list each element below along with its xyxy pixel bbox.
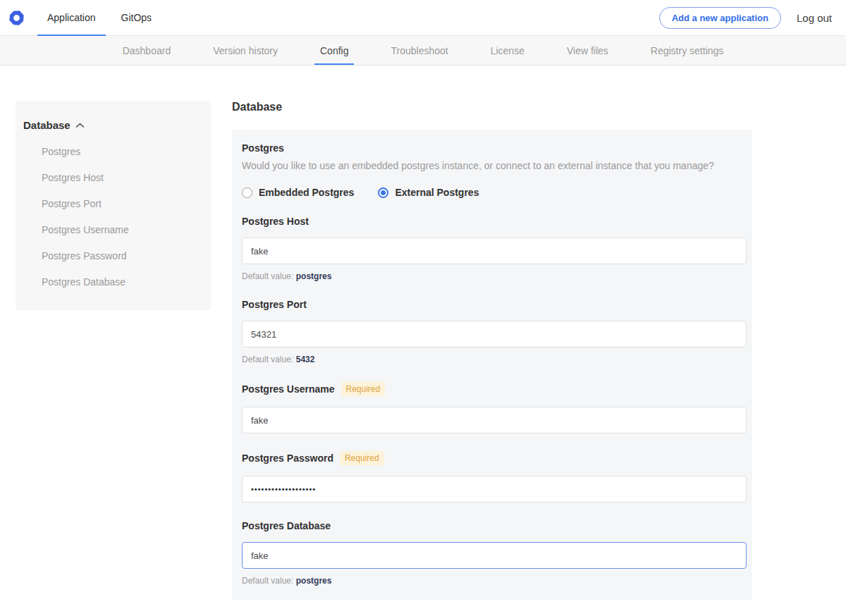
tab-application[interactable]: Application [37,0,106,35]
postgres-database-input[interactable] [242,542,747,569]
radio-checked-icon [378,187,388,198]
header-right: Add a new application Log out [659,0,832,35]
group-label-postgres: Postgres [242,142,744,154]
field-postgres-password: Postgres Password Required [242,451,744,503]
subnav-item-config[interactable]: Config [299,36,369,65]
octagon-donut-icon [8,10,25,26]
postgres-mode-radio-group: Embedded Postgres External Postgres [242,187,744,198]
header-tabs: Application GitOps [37,0,167,35]
postgres-password-label: Postgres Password [242,452,333,464]
subnav-label-view-files: View files [567,45,608,56]
default-value-text: postgres [296,576,332,586]
required-badge: Required [341,382,386,396]
radio-external-postgres[interactable]: External Postgres [378,187,479,198]
top-header: Application GitOps Add a new application… [0,0,846,36]
subnav-label-config: Config [320,45,348,56]
postgres-host-input[interactable] [242,238,747,264]
config-main: Database Postgres Would you like to use … [232,101,752,616]
default-value-label: Default value: [242,576,293,586]
field-postgres-host: Postgres Host Default value: postgres [242,216,744,281]
config-sidebar: Database Postgres Postgres Host Postgres… [16,101,211,310]
postgres-username-label: Postgres Username [242,383,335,395]
radio-external-postgres-label: External Postgres [395,187,479,198]
radio-embedded-postgres-label: Embedded Postgres [259,187,354,198]
tab-gitops[interactable]: GitOps [111,0,162,35]
sidebar-group-database[interactable]: Database [23,119,202,131]
database-config-panel: Postgres Would you like to use an embedd… [232,130,752,600]
app-subnav: Dashboard Version history Config Trouble… [0,36,846,66]
tab-application-label: Application [47,12,96,23]
chevron-up-icon [75,123,85,128]
default-value-text: 5432 [296,355,315,364]
add-new-application-button[interactable]: Add a new application [659,7,781,29]
field-postgres-database: Postgres Database Default value: postgre… [242,520,744,586]
subnav-item-dashboard[interactable]: Dashboard [102,36,192,65]
config-section-title: Database [232,101,752,113]
radio-unchecked-icon [242,187,252,198]
postgres-username-input[interactable] [242,407,747,433]
postgres-password-input[interactable] [242,476,747,503]
sidebar-item-postgres-database[interactable]: Postgres Database [23,276,202,288]
subnav-item-registry-settings[interactable]: Registry settings [630,36,744,65]
subnav-label-troubleshoot: Troubleshoot [391,45,448,56]
app-logo[interactable] [7,0,37,35]
field-postgres-port: Postgres Port Default value: 5432 [242,299,744,364]
field-postgres-username: Postgres Username Required [242,382,744,433]
subnav-item-version-history[interactable]: Version history [192,36,299,65]
postgres-port-input[interactable] [242,321,747,347]
subnav-item-license[interactable]: License [470,36,546,65]
sidebar-item-postgres-password[interactable]: Postgres Password [23,250,202,261]
required-badge: Required [340,451,384,465]
subnav-label-version-history: Version history [213,45,278,56]
subnav-item-view-files[interactable]: View files [546,36,630,65]
subnav-label-registry-settings: Registry settings [651,45,723,56]
subnav-label-dashboard: Dashboard [123,45,171,56]
logout-link[interactable]: Log out [797,12,832,24]
postgres-database-helper: Default value: postgres [242,576,744,586]
radio-embedded-postgres[interactable]: Embedded Postgres [242,187,354,198]
config-page: Database Postgres Postgres Host Postgres… [0,66,846,616]
default-value-label: Default value: [242,271,293,281]
tab-gitops-label: GitOps [121,12,152,23]
sidebar-item-postgres-username[interactable]: Postgres Username [23,224,202,235]
sidebar-item-postgres[interactable]: Postgres [23,146,202,157]
postgres-host-helper: Default value: postgres [242,271,744,281]
postgres-host-label: Postgres Host [242,216,309,227]
default-value-label: Default value: [242,355,293,364]
sidebar-group-database-label: Database [23,119,70,131]
group-help-text: Would you like to use an embedded postgr… [242,160,744,171]
sidebar-item-postgres-host[interactable]: Postgres Host [23,172,202,183]
subnav-label-license: License [491,45,525,56]
default-value-text: postgres [296,271,332,281]
subnav-item-troubleshoot[interactable]: Troubleshoot [369,36,469,65]
sidebar-item-postgres-port[interactable]: Postgres Port [23,198,202,209]
sidebar-item-list: Postgres Postgres Host Postgres Port Pos… [23,146,202,288]
postgres-database-label: Postgres Database [242,520,331,531]
postgres-port-helper: Default value: 5432 [242,355,744,364]
postgres-port-label: Postgres Port [242,299,307,310]
